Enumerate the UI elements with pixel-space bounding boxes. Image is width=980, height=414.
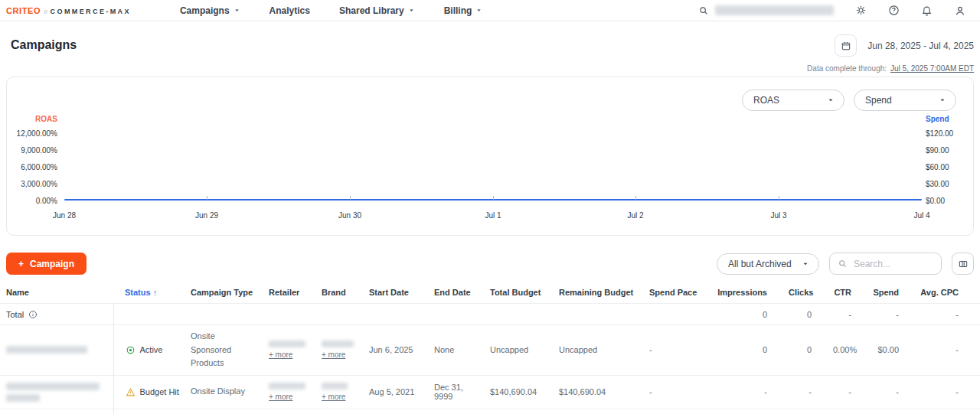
campaigns-table: Name Status ↑ Campaign Type Retailer Bra…	[0, 282, 980, 414]
col-impressions[interactable]: Impressions	[712, 282, 789, 304]
campaign-name-cell[interactable]	[0, 409, 113, 414]
search-icon	[838, 259, 848, 269]
left-axis-tick: 3,000.00%	[7, 180, 57, 188]
logo-separator: //	[44, 8, 47, 15]
spend-pace-cell: -	[638, 375, 712, 409]
left-axis-tick: 12,000.00%	[7, 129, 57, 138]
col-name[interactable]: Name	[0, 282, 113, 304]
col-campaign-type[interactable]: Campaign Type	[179, 282, 257, 304]
col-end-date[interactable]: End Date	[423, 282, 479, 304]
active-status-icon	[126, 345, 136, 355]
table-search	[829, 253, 942, 275]
logo-secondary: COMMERCE-MAX	[51, 8, 131, 15]
col-retailer[interactable]: Retailer	[257, 282, 310, 304]
brand-more-link[interactable]: + more	[322, 350, 345, 359]
search-icon	[698, 5, 709, 16]
search-input[interactable]	[854, 259, 933, 269]
start-date-cell: Jun 6, 2025	[358, 325, 423, 376]
x-axis-tickmark	[779, 196, 779, 200]
nav-right-group	[698, 5, 966, 17]
column-settings-button[interactable]	[952, 253, 974, 275]
right-axis-title: Spend	[926, 115, 949, 123]
start-date-cell: Aug 5, 2021	[358, 375, 423, 409]
x-axis-tickmark	[635, 196, 636, 200]
nav-item-campaigns[interactable]: Campaigns	[180, 5, 240, 16]
brand-more-link[interactable]: + more	[322, 393, 345, 401]
redacted-account-name	[715, 5, 834, 15]
nav-label: Campaigns	[180, 5, 230, 16]
nav-label: Billing	[444, 5, 472, 16]
criteo-logo[interactable]: CRITEO // COMMERCE-MAX	[6, 6, 131, 15]
chevron-down-icon	[802, 260, 809, 268]
campaign-name-cell[interactable]	[0, 375, 113, 409]
col-start-date[interactable]: Start Date	[358, 282, 423, 304]
status-label: Active	[140, 345, 163, 354]
gear-icon[interactable]	[855, 5, 867, 16]
account-icon[interactable]	[954, 5, 966, 17]
col-spend-pace[interactable]: Spend Pace	[638, 282, 712, 304]
help-icon[interactable]	[888, 5, 900, 16]
x-axis-label: Jun 30	[338, 211, 361, 220]
calendar-button[interactable]	[835, 34, 857, 57]
data-complete-note: Data complete through:Jul 5, 2025 7:00AM…	[807, 64, 974, 73]
col-clicks[interactable]: Clicks	[789, 282, 833, 304]
date-range-value[interactable]: Jun 28, 2025 - Jul 4, 2025	[867, 41, 974, 51]
retailer-cell	[257, 409, 310, 414]
col-spend[interactable]: Spend	[873, 282, 920, 304]
spend-cell: -	[873, 409, 920, 414]
right-axis-tick: $90.00	[926, 146, 949, 155]
x-axis-label: Jun 28	[53, 211, 76, 220]
left-metric-select[interactable]: ROAS	[742, 90, 844, 111]
retailer-cell: + more	[257, 325, 310, 376]
col-status[interactable]: Status ↑	[113, 282, 179, 304]
status-badge: Active	[126, 345, 175, 355]
chevron-down-icon	[408, 7, 415, 14]
x-axis-label: Jul 4	[913, 211, 929, 220]
table-row[interactable]: Budget Hit Onsite Display + more + more …	[0, 375, 980, 409]
total-budget-cell: Uncapped	[479, 325, 547, 376]
account-search[interactable]	[698, 5, 834, 16]
right-metric-value: Spend	[865, 95, 892, 106]
table-row[interactable]: Scheduled Onsite Sponsored Products Dec …	[0, 409, 980, 414]
chevron-down-icon	[827, 96, 835, 104]
brand-cell: + more	[310, 375, 358, 409]
redacted-campaign-name	[6, 394, 40, 402]
status-filter-value: All but Archived	[728, 259, 792, 269]
total-clicks: 0	[789, 304, 833, 325]
nav-item-analytics[interactable]: Analytics	[270, 5, 310, 16]
total-budget-cell: $140,690.04	[479, 375, 547, 409]
status-filter-select[interactable]: All but Archived	[717, 253, 819, 275]
col-ctr[interactable]: CTR	[833, 282, 873, 304]
retailer-more-link[interactable]: + more	[269, 393, 292, 401]
nav-item-billing[interactable]: Billing	[444, 5, 483, 16]
col-remaining-budget[interactable]: Remaining Budget	[547, 282, 638, 304]
campaign-name-cell[interactable]	[0, 325, 113, 376]
x-axis-tickmark	[207, 196, 207, 200]
data-complete-link[interactable]: Jul 5, 2025 7:00AM EDT	[890, 64, 974, 73]
nav-item-shared-library[interactable]: Shared Library	[339, 5, 415, 16]
right-metric-select[interactable]: Spend	[854, 90, 956, 111]
col-brand[interactable]: Brand	[310, 282, 358, 304]
brand-cell	[310, 409, 358, 414]
total-label: Total	[6, 310, 24, 319]
start-date-cell: Dec 31, 2029	[358, 409, 423, 414]
clicks-cell: 0	[789, 325, 833, 376]
col-total-budget[interactable]: Total Budget	[479, 282, 547, 304]
x-axis-tickmark	[493, 196, 494, 200]
warning-triangle-icon	[126, 387, 136, 397]
chevron-down-icon	[939, 96, 946, 104]
col-avg-cpc[interactable]: Avg. CPC	[920, 282, 980, 304]
redacted-brand	[322, 383, 348, 390]
add-campaign-button[interactable]: + Campaign	[6, 253, 87, 275]
info-icon[interactable]	[28, 310, 38, 319]
table-row[interactable]: Active Onsite Sponsored Products + more …	[0, 325, 980, 376]
campaign-type-cell: Onsite Sponsored Products	[179, 325, 257, 376]
total-spend: -	[873, 304, 920, 325]
impressions-cell: -	[712, 409, 789, 414]
spend-pace-cell: -	[638, 325, 712, 376]
plus-icon: +	[18, 259, 24, 269]
retailer-more-link[interactable]: + more	[269, 350, 292, 359]
bell-icon[interactable]	[921, 5, 933, 16]
status-label: Budget Hit	[140, 387, 179, 396]
x-axis-label: Jul 2	[627, 211, 643, 220]
